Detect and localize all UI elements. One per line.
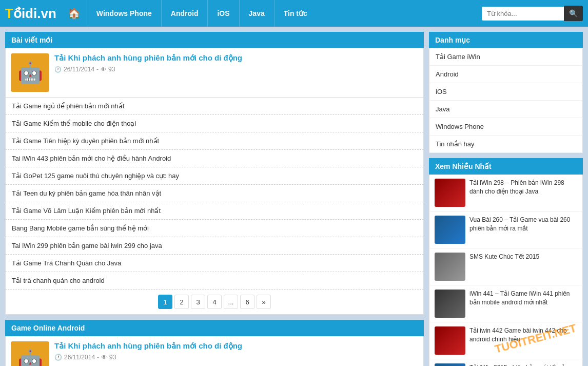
popular-link-0[interactable]: Tải iWin 298 – Phiên bản iWin 298 dành c… <box>469 179 564 195</box>
sidebar: Danh mục Tải Game iWin Android iOS Java … <box>429 32 583 366</box>
featured-post-info: Tải Khi phách anh hùng phiên bản mới cho… <box>54 53 242 73</box>
sidebar-item-java[interactable]: Java <box>429 101 583 118</box>
popular-thumb-3 <box>435 290 465 318</box>
page-btn-next[interactable]: » <box>257 295 271 309</box>
popular-thumb-4 <box>435 326 465 355</box>
clock-icon-2: 🕐 <box>54 354 62 361</box>
logo[interactable]: Tồidi.vn <box>5 6 56 22</box>
section-game-online-android: Game Online Android 🤖 Tải Khi phách anh … <box>5 320 424 366</box>
featured-post: 🤖 Tải Khi phách anh hùng phiên bản mới c… <box>5 48 424 98</box>
popular-thumb-0 <box>435 179 465 207</box>
list-item: Tải Game Trà Chanh Quán cho Java <box>5 255 424 272</box>
popular-info-3: iWin 441 – Tải Game iWin 441 phiên bản m… <box>469 290 577 318</box>
nav-item-tin-tuc[interactable]: Tin tức <box>274 0 317 27</box>
page-btn-6[interactable]: 6 <box>240 295 254 309</box>
post-link[interactable]: Tải trà chanh quán cho android <box>12 277 105 284</box>
eye-icon-2: 👁 <box>101 354 107 361</box>
post-link[interactable]: Tai iWin 443 phiên bản mới cho hệ điều h… <box>12 155 171 162</box>
sidebar-xem-nhieu: Xem Nhiều Nhất Tải iWin 298 – Phiên bản … <box>429 158 583 366</box>
pagination: 1 2 3 4 ... 6 » <box>5 290 424 315</box>
sidebar-item-android[interactable]: Android <box>429 66 583 83</box>
popular-info-0: Tải iWin 298 – Phiên bản iWin 298 dành c… <box>469 179 577 207</box>
featured-post-date: 26/11/2014 <box>64 66 94 73</box>
list-item: Tải Game Võ Lâm Luận Kiếm phiên bản mới … <box>5 202 424 220</box>
post-link[interactable]: Tải Game Võ Lâm Luận Kiếm phiên bản mới … <box>12 207 161 215</box>
sidebar-item-windows-phone[interactable]: Windows Phone <box>429 118 583 136</box>
sidebar-item-ios[interactable]: iOS <box>429 83 583 101</box>
popular-link-3[interactable]: iWin 441 – Tải Game iWin 441 phiên bản m… <box>469 290 570 306</box>
sidebar-popular-item-0[interactable]: Tải iWin 298 – Phiên bản iWin 298 dành c… <box>429 175 583 211</box>
list-item: Tải trà chanh quán cho android <box>5 272 424 290</box>
section-header-1: Bài viết mới <box>5 32 424 48</box>
post-link[interactable]: Tải Game Kiếm thể mobile cho điện thoại <box>12 120 136 127</box>
list-item: Bang Bang Mobile game bắn súng thế hệ mớ… <box>5 220 424 237</box>
home-icon-wrap[interactable]: 🏠 <box>62 7 87 20</box>
list-item: Tải Game Kiếm thể mobile cho điện thoại <box>5 115 424 132</box>
page-btn-ellipsis[interactable]: ... <box>224 295 238 309</box>
search-input[interactable] <box>482 7 564 21</box>
section-header-2: Game Online Android <box>5 320 424 336</box>
list-item: Tải Game ngủ để phiên bản mới nhất <box>5 98 424 115</box>
page-btn-4[interactable]: 4 <box>207 295 222 309</box>
popular-info-5: Tải iWin 2015 phiên bản mới tất cả dòng … <box>469 363 577 366</box>
search-button[interactable]: 🔍 <box>564 6 583 21</box>
list-item: Tai iWin 299 phiên bản game bài iwin 299… <box>5 237 424 255</box>
section2-featured-thumb: 🤖 <box>11 341 49 366</box>
list-item: Tải Game Tiên hiệp kỳ duyên phiên bản mớ… <box>5 132 424 150</box>
section2-featured-title[interactable]: Tải Khi phách anh hùng phiên bản mới cho… <box>54 341 242 351</box>
sidebar-xem-nhieu-header: Xem Nhiều Nhất <box>429 158 583 175</box>
popular-thumb-2 <box>435 253 465 281</box>
list-item: Tải GoPet 125 game nuôi thú chuyên nghiệ… <box>5 167 424 185</box>
content: Bài viết mới 🤖 Tải Khi phách anh hùng ph… <box>5 32 424 366</box>
section2-featured-views: 93 <box>109 354 116 361</box>
android-icon-2: 🤖 <box>17 349 43 366</box>
page-btn-3[interactable]: 3 <box>191 295 205 309</box>
popular-link-5[interactable]: Tải iWin 2015 phiên bản mới tất cả dòng … <box>469 364 565 366</box>
popular-info-4: Tải iwin 442 Game bài iwin 442 cho andro… <box>469 326 577 355</box>
sidebar-popular-item-5[interactable]: Tải iWin 2015 phiên bản mới tất cả dòng … <box>429 359 583 366</box>
nav-item-windows-phone[interactable]: Windows Phone <box>87 0 161 27</box>
clock-icon: 🕐 <box>54 66 62 73</box>
section2-post-meta: 🕐 26/11/2014 - 👁 93 <box>54 354 242 361</box>
list-item: Tai iWin 443 phiên bản mới cho hệ điều h… <box>5 150 424 167</box>
post-link[interactable]: Bang Bang Mobile game bắn súng thế hệ mớ… <box>12 224 149 232</box>
post-link[interactable]: Tải Teen du ký phiên bản game hóa thân n… <box>12 189 161 197</box>
popular-info-1: Vua Bài 260 – Tải Game vua bài 260 phiên… <box>469 216 577 244</box>
nav: Windows Phone Android iOS Java Tin tức <box>87 0 317 27</box>
popular-link-4[interactable]: Tải iwin 442 Game bài iwin 442 cho andro… <box>469 327 567 343</box>
nav-item-ios[interactable]: iOS <box>207 0 239 27</box>
sidebar-item-tin-nhan-hay[interactable]: Tin nhắn hay <box>429 136 583 153</box>
page-btn-2[interactable]: 2 <box>174 295 189 309</box>
sidebar-popular-item-3[interactable]: iWin 441 – Tải Game iWin 441 phiên bản m… <box>429 285 583 322</box>
featured-post-views: 93 <box>108 66 115 73</box>
sidebar-popular-item-1[interactable]: Vua Bài 260 – Tải Game vua bài 260 phiên… <box>429 211 583 248</box>
post-link[interactable]: Tải GoPet 125 game nuôi thú chuyên nghiệ… <box>12 172 179 180</box>
sidebar-item-tai-game-iwin[interactable]: Tải Game iWin <box>429 48 583 66</box>
page-btn-1[interactable]: 1 <box>158 295 172 309</box>
sidebar-popular-item-2[interactable]: SMS Kute Chúc Tết 2015 <box>429 248 583 285</box>
sidebar-danh-muc: Danh mục Tải Game iWin Android iOS Java … <box>429 32 583 153</box>
search-area: 🔍 <box>482 6 583 21</box>
sidebar-popular-item-4[interactable]: Tải iwin 442 Game bài iwin 442 cho andro… <box>429 322 583 359</box>
popular-link-2[interactable]: SMS Kute Chúc Tết 2015 <box>469 253 539 260</box>
popular-thumb-5 <box>435 363 465 366</box>
section-bai-viet-moi: Bài viết mới 🤖 Tải Khi phách anh hùng ph… <box>5 32 424 315</box>
eye-icon: 👁 <box>101 66 106 72</box>
popular-info-2: SMS Kute Chúc Tết 2015 <box>469 253 539 281</box>
list-item: Tải Teen du ký phiên bản game hóa thân n… <box>5 185 424 202</box>
section2-featured-date: 26/11/2014 <box>64 354 95 361</box>
nav-item-android[interactable]: Android <box>161 0 208 27</box>
featured-post-title[interactable]: Tải Khi phách anh hùng phiên bản mới cho… <box>54 53 242 63</box>
header: Tồidi.vn 🏠 Windows Phone Android iOS Jav… <box>0 0 588 27</box>
popular-thumb-1 <box>435 216 465 244</box>
popular-link-1[interactable]: Vua Bài 260 – Tải Game vua bài 260 phiên… <box>469 216 570 232</box>
post-link[interactable]: Tải Game Tiên hiệp kỳ duyên phiên bản mớ… <box>12 137 159 145</box>
post-link[interactable]: Tai iWin 299 phiên bản game bài iwin 299… <box>12 242 162 249</box>
post-link[interactable]: Tải Game ngủ để phiên bản mới nhất <box>12 102 124 110</box>
post-meta: 🕐 26/11/2014 - 👁 93 <box>54 66 242 73</box>
section2-featured-post: 🤖 Tải Khi phách anh hùng phiên bản mới c… <box>5 336 424 366</box>
featured-thumb: 🤖 <box>11 53 49 92</box>
nav-item-java[interactable]: Java <box>239 0 274 27</box>
post-link[interactable]: Tải Game Trà Chanh Quán cho Java <box>12 259 121 267</box>
sidebar-danh-muc-header: Danh mục <box>429 32 583 48</box>
